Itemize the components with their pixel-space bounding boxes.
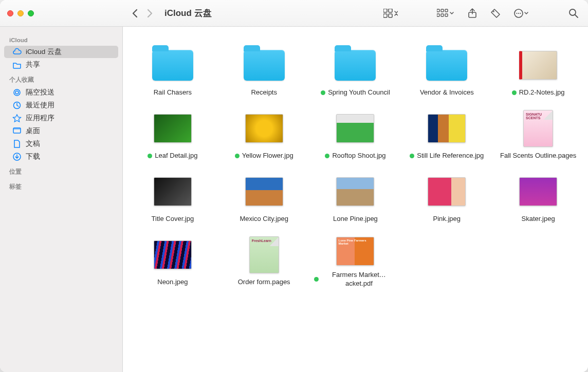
- share-button[interactable]: [464, 6, 481, 21]
- nav-arrows: [128, 9, 153, 18]
- item-name: Pink.jpeg: [433, 215, 461, 224]
- svg-point-15: [520, 12, 521, 13]
- file-item[interactable]: SIGNATU SCENTSFall Scents Outline.pages: [494, 106, 582, 162]
- item-name: Leaf Detail.jpg: [155, 152, 197, 160]
- file-item[interactable]: Lone Pine Farmers MarketFarmers Market…a…: [312, 233, 399, 290]
- folder-icon: [149, 45, 196, 85]
- svg-rect-7: [437, 14, 439, 16]
- sidebar-item-airdrop[interactable]: 隔空投送: [4, 86, 118, 99]
- file-item[interactable]: Skater.jpeg: [494, 170, 582, 226]
- item-grid: Rail ChasersReceiptsSpring Youth Council…: [129, 43, 582, 290]
- window-title: iCloud 云盘: [164, 7, 212, 19]
- cloud-icon: [12, 47, 22, 57]
- item-label: Pink.jpeg: [433, 215, 461, 224]
- sidebar-item-downloads[interactable]: 下载: [4, 151, 118, 163]
- file-item[interactable]: Neon.jpeg: [129, 233, 216, 290]
- sidebar-heading: iCloud: [0, 35, 122, 45]
- item-label: Yellow Flower.jpg: [235, 152, 293, 160]
- folder-item[interactable]: Receipts: [220, 43, 308, 99]
- item-label: Mexico City.jpeg: [240, 215, 288, 224]
- folder-item[interactable]: Rail Chasers: [129, 43, 216, 99]
- search-button[interactable]: [564, 6, 583, 21]
- item-label: Lone Pine.jpeg: [333, 215, 378, 224]
- green-tag-dot: [235, 154, 240, 158]
- sidebar-group: 位置: [0, 166, 122, 178]
- item-label: Rooftop Shoot.jpg: [325, 152, 385, 160]
- item-name: Rooftop Shoot.jpg: [332, 152, 385, 160]
- file-item[interactable]: Pink.jpeg: [403, 170, 490, 226]
- svg-rect-4: [437, 9, 439, 12]
- shared-folder-icon: [12, 60, 22, 69]
- tags-button[interactable]: [486, 6, 505, 21]
- item-label: Title Cover.jpg: [152, 215, 194, 224]
- folder-item[interactable]: Vendor & Invoices: [403, 43, 490, 99]
- svg-point-13: [516, 12, 517, 13]
- sidebar-item-shared-folder[interactable]: 共享: [4, 59, 118, 71]
- group-by-button[interactable]: [433, 7, 458, 20]
- maximize-button[interactable]: [28, 10, 34, 16]
- item-name: Title Cover.jpg: [152, 215, 194, 224]
- item-label: Vendor & Invoices: [420, 88, 474, 97]
- file-item[interactable]: Lone Pine.jpeg: [312, 170, 399, 226]
- file-thumbnail: [241, 108, 288, 148]
- sidebar-item-label: 文稿: [26, 139, 40, 148]
- desktop-icon: [12, 126, 22, 136]
- item-label: Order form.pages: [238, 278, 290, 287]
- item-name: Skater.jpeg: [522, 215, 555, 224]
- item-name: Yellow Flower.jpg: [242, 152, 293, 160]
- documents-icon: [12, 139, 22, 148]
- file-thumbnail: [149, 235, 196, 275]
- svg-rect-1: [389, 9, 392, 12]
- folder-item[interactable]: Spring Youth Council: [312, 43, 399, 99]
- item-name: Fall Scents Outline.pages: [500, 152, 576, 160]
- svg-rect-9: [445, 14, 448, 16]
- sidebar-item-label: 应用程序: [26, 114, 54, 123]
- sidebar-item-label: 隔空投送: [26, 88, 54, 97]
- sidebar-item-cloud[interactable]: iCloud 云盘: [4, 46, 118, 58]
- item-name: Lone Pine.jpeg: [333, 215, 378, 224]
- svg-point-18: [14, 89, 20, 96]
- forward-button[interactable]: [146, 9, 153, 18]
- file-item[interactable]: Still Life Reference.jpg: [403, 106, 490, 162]
- sidebar-item-desktop[interactable]: 桌面: [4, 125, 118, 137]
- file-thumbnail: [514, 45, 562, 85]
- main: iCloudiCloud 云盘共享个人收藏隔空投送最近使用应用程序桌面文稿下载位…: [0, 27, 588, 372]
- file-item[interactable]: Leaf Detail.jpg: [129, 106, 216, 162]
- file-thumbnail: SIGNATU SCENTS: [514, 108, 562, 148]
- file-item[interactable]: Yellow Flower.jpg: [220, 106, 308, 162]
- file-item[interactable]: RD.2-Notes.jpg: [494, 43, 582, 99]
- folder-icon: [332, 45, 379, 85]
- svg-rect-3: [389, 14, 392, 17]
- sidebar-item-label: iCloud 云盘: [26, 47, 62, 57]
- green-tag-dot: [148, 154, 152, 158]
- sidebar-item-documents[interactable]: 文稿: [4, 138, 118, 150]
- file-thumbnail: [423, 172, 470, 212]
- item-name: Vendor & Invoices: [420, 88, 474, 97]
- file-item[interactable]: FreshLearnOrder form.pages: [220, 233, 308, 290]
- item-name: Spring Youth Council: [328, 88, 390, 97]
- action-menu-button[interactable]: [510, 6, 534, 21]
- item-label: Still Life Reference.jpg: [410, 152, 484, 160]
- close-button[interactable]: [7, 10, 13, 16]
- item-label: RD.2-Notes.jpg: [512, 88, 565, 97]
- sidebar-item-apps[interactable]: 应用程序: [4, 112, 118, 124]
- file-thumbnail: [514, 172, 562, 212]
- traffic-lights: [0, 10, 41, 16]
- sidebar-group: iCloudiCloud 云盘共享: [0, 35, 122, 71]
- sidebar-group: 个人收藏隔空投送最近使用应用程序桌面文稿下载: [0, 74, 122, 163]
- file-thumbnail: [241, 172, 288, 212]
- file-thumbnail: [149, 172, 196, 212]
- file-item[interactable]: Mexico City.jpeg: [220, 170, 308, 226]
- sidebar-item-label: 桌面: [26, 126, 40, 136]
- back-button[interactable]: [132, 9, 139, 18]
- view-icons-button[interactable]: [379, 7, 402, 20]
- sidebar-heading: 个人收藏: [0, 74, 122, 86]
- file-item[interactable]: Title Cover.jpg: [129, 170, 216, 226]
- finder-window: iCloud 云盘: [0, 0, 588, 372]
- file-item[interactable]: Rooftop Shoot.jpg: [312, 106, 399, 162]
- folder-icon: [423, 45, 470, 85]
- sidebar-item-clock[interactable]: 最近使用: [4, 99, 118, 111]
- file-thumbnail: [423, 108, 470, 148]
- sidebar-heading: 标签: [0, 181, 122, 193]
- minimize-button[interactable]: [17, 10, 24, 16]
